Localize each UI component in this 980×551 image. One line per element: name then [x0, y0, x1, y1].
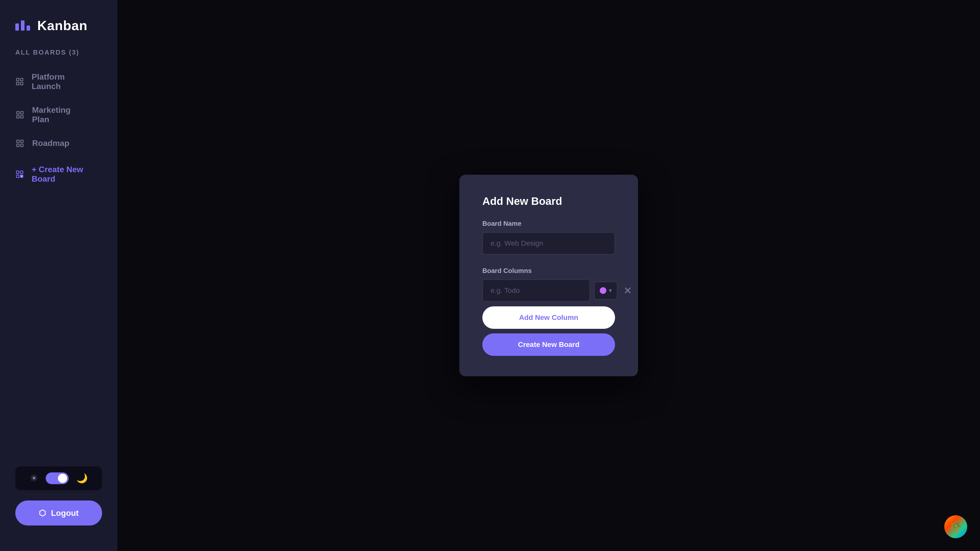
- column-row: ▾ ✕: [482, 279, 615, 302]
- add-new-column-button[interactable]: Add New Column: [482, 306, 615, 329]
- svg-rect-14: [16, 175, 19, 178]
- svg-rect-7: [21, 116, 23, 118]
- sidebar-item-label: Marketing Plan: [32, 105, 89, 124]
- board-icon: [15, 110, 24, 119]
- logout-button[interactable]: ⬡ Logout: [15, 500, 102, 526]
- board-icon: [15, 139, 24, 148]
- logout-icon: ⬡: [39, 508, 46, 518]
- svg-rect-0: [16, 78, 19, 81]
- svg-rect-2: [16, 83, 19, 85]
- color-dot: [600, 287, 606, 294]
- create-new-board-label: + Create New Board: [32, 165, 89, 184]
- color-picker-button[interactable]: ▾: [594, 282, 617, 300]
- logout-label: Logout: [51, 508, 79, 518]
- svg-rect-4: [17, 111, 19, 114]
- create-new-board-sidebar[interactable]: + Create New Board: [0, 158, 105, 190]
- app-logo: Kanban: [0, 0, 118, 48]
- add-column-label: Add New Column: [519, 313, 578, 321]
- add-new-board-modal: Add New Board Board Name Board Columns ▾…: [460, 175, 638, 376]
- sidebar-item-roadmap[interactable]: Roadmap: [0, 132, 105, 155]
- logo-icon: [15, 21, 30, 30]
- sidebar: Kanban ALL BOARDS (3) Platform Launch: [0, 0, 118, 551]
- sidebar-item-marketing-plan[interactable]: Marketing Plan: [0, 99, 105, 131]
- svg-rect-3: [21, 83, 23, 85]
- column-name-input[interactable]: [482, 279, 590, 302]
- toggle-thumb: [58, 474, 67, 483]
- sun-icon: ☀: [30, 473, 38, 484]
- modal-title: Add New Board: [482, 195, 615, 207]
- board-columns-label: Board Columns: [482, 267, 615, 275]
- board-columns-section: Board Columns ▾ ✕ Add New Column Create: [482, 267, 615, 356]
- svg-rect-9: [21, 140, 23, 143]
- create-board-label: Create New Board: [518, 341, 579, 348]
- remove-column-button[interactable]: ✕: [621, 284, 634, 297]
- svg-rect-11: [21, 144, 23, 146]
- theme-toggle-row: ☀ 🌙: [15, 466, 102, 490]
- svg-rect-13: [21, 171, 23, 173]
- board-name-label: Board Name: [482, 220, 615, 227]
- main-area: Add New Board Board Name Board Columns ▾…: [118, 0, 980, 551]
- chevron-down-icon: ▾: [609, 287, 612, 294]
- modal-overlay[interactable]: Add New Board Board Name Board Columns ▾…: [118, 0, 980, 551]
- board-icon: [15, 77, 24, 86]
- user-avatar[interactable]: 🌴: [944, 515, 967, 538]
- svg-rect-12: [16, 171, 19, 173]
- svg-rect-10: [17, 144, 19, 146]
- app-title: Kanban: [37, 18, 88, 33]
- sidebar-item-label: Platform Launch: [32, 72, 89, 91]
- board-name-input[interactable]: [482, 232, 615, 254]
- boards-section-label: ALL BOARDS (3): [0, 48, 118, 65]
- sidebar-item-label: Roadmap: [32, 138, 69, 148]
- sidebar-item-platform-launch[interactable]: Platform Launch: [0, 65, 105, 98]
- close-icon: ✕: [624, 286, 632, 295]
- theme-toggle[interactable]: [46, 472, 68, 484]
- board-name-group: Board Name: [482, 220, 615, 254]
- moon-icon: 🌙: [76, 473, 88, 484]
- svg-rect-6: [17, 116, 19, 118]
- create-new-board-button[interactable]: Create New Board: [482, 333, 615, 356]
- add-board-icon: [15, 170, 24, 179]
- svg-rect-5: [21, 111, 23, 114]
- svg-rect-8: [17, 140, 19, 143]
- sidebar-bottom: ☀ 🌙 ⬡ Logout: [0, 456, 118, 536]
- svg-rect-1: [21, 78, 23, 81]
- boards-nav: Platform Launch Marketing Plan: [0, 65, 118, 456]
